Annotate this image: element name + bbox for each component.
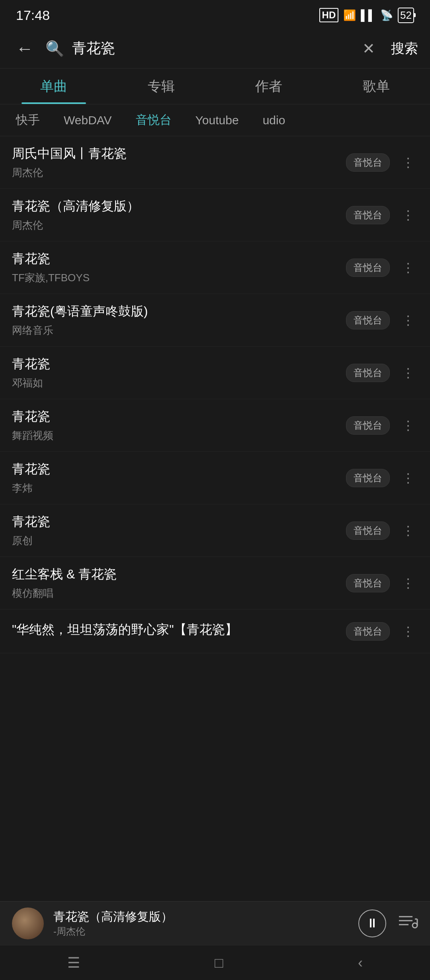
- song-artist: 周杰伦: [12, 218, 346, 232]
- song-title: 青花瓷: [12, 461, 346, 478]
- tab-authors[interactable]: 作者: [215, 69, 322, 104]
- list-item[interactable]: 青花瓷 李炜 音悦台 ⋮: [0, 452, 430, 504]
- song-title: 周氏中国风丨青花瓷: [12, 145, 346, 163]
- song-info: 青花瓷(粤语童声咚鼓版) 网络音乐: [12, 303, 346, 337]
- nav-home-button[interactable]: □: [191, 951, 247, 975]
- nav-menu-button[interactable]: ☰: [43, 951, 104, 975]
- song-artist: 邓福如: [12, 376, 346, 390]
- song-info: 周氏中国风丨青花瓷 周杰伦: [12, 145, 346, 180]
- list-item[interactable]: 红尘客栈 & 青花瓷 模仿翻唱 音悦台 ⋮: [0, 557, 430, 610]
- source-badge: 音悦台: [346, 153, 390, 172]
- source-badge: 音悦台: [346, 364, 390, 382]
- song-info: 青花瓷 舞蹈视频: [12, 408, 346, 443]
- more-button[interactable]: ⋮: [398, 259, 418, 276]
- battery-indicator: 52: [398, 8, 414, 23]
- list-item[interactable]: 周氏中国风丨青花瓷 周杰伦 音悦台 ⋮: [0, 136, 430, 189]
- bottom-nav: ☰ □ ‹: [0, 945, 430, 980]
- now-playing-bar[interactable]: 青花瓷（高清修复版） -周杰伦 ⏸: [0, 901, 430, 945]
- song-actions: 音悦台 ⋮: [346, 206, 418, 224]
- hd-icon: HD: [319, 8, 339, 22]
- source-badge: 音悦台: [346, 574, 390, 592]
- source-badge: 音悦台: [346, 622, 390, 641]
- source-tab-youtube[interactable]: Youtube: [184, 104, 251, 136]
- source-badge: 音悦台: [346, 206, 390, 224]
- song-actions: 音悦台 ⋮: [346, 521, 418, 540]
- nav-back-button[interactable]: ‹: [334, 951, 387, 975]
- song-artist: 李炜: [12, 481, 346, 495]
- song-artist: 模仿翻唱: [12, 586, 346, 600]
- song-title: 青花瓷: [12, 408, 346, 425]
- list-item[interactable]: 青花瓷 舞蹈视频 音悦台 ⋮: [0, 399, 430, 452]
- song-artist: 周杰伦: [12, 166, 346, 180]
- more-button[interactable]: ⋮: [398, 469, 418, 487]
- status-time: 17:48: [16, 8, 50, 23]
- song-title: 青花瓷: [12, 355, 346, 373]
- avatar-image: [12, 907, 44, 939]
- more-button[interactable]: ⋮: [398, 206, 418, 224]
- song-info: 青花瓷 TF家族,TFBOYS: [12, 250, 346, 285]
- tab-albums[interactable]: 专辑: [108, 69, 215, 104]
- song-title: 青花瓷(粤语童声咚鼓版): [12, 303, 346, 320]
- clear-button[interactable]: ✕: [362, 40, 375, 57]
- playlist-button[interactable]: [398, 913, 418, 933]
- song-actions: 音悦台 ⋮: [346, 364, 418, 382]
- more-button[interactable]: ⋮: [398, 623, 418, 640]
- now-playing-controls: ⏸: [358, 909, 418, 937]
- now-playing-artist: -周杰伦: [53, 925, 349, 938]
- song-title: "华纯然，坦坦荡荡的野心家"【青花瓷】: [12, 621, 346, 639]
- song-info: 红尘客栈 & 青花瓷 模仿翻唱: [12, 566, 346, 600]
- song-artist: 网络音乐: [12, 323, 346, 337]
- source-badge: 音悦台: [346, 311, 390, 329]
- source-tab-yinyuetai[interactable]: 音悦台: [124, 104, 184, 136]
- song-actions: 音悦台 ⋮: [346, 574, 418, 592]
- list-item[interactable]: 青花瓷 原创 音悦台 ⋮: [0, 504, 430, 557]
- song-actions: 音悦台 ⋮: [346, 622, 418, 641]
- song-info: 青花瓷 原创: [12, 513, 346, 548]
- signal2-icon: ▌▌: [361, 9, 375, 22]
- source-badge: 音悦台: [346, 469, 390, 487]
- more-button[interactable]: ⋮: [398, 364, 418, 382]
- list-item[interactable]: "华纯然，坦坦荡荡的野心家"【青花瓷】 音悦台 ⋮: [0, 610, 430, 653]
- song-info: 青花瓷 李炜: [12, 461, 346, 495]
- source-badge: 音悦台: [346, 521, 390, 540]
- song-actions: 音悦台 ⋮: [346, 311, 418, 329]
- more-button[interactable]: ⋮: [398, 417, 418, 434]
- song-actions: 音悦台 ⋮: [346, 416, 418, 435]
- song-title: 青花瓷: [12, 250, 346, 268]
- search-input[interactable]: [72, 40, 354, 57]
- tab-playlists[interactable]: 歌单: [322, 69, 430, 104]
- song-artist: 原创: [12, 534, 346, 548]
- source-tab-audio[interactable]: udio: [251, 104, 297, 136]
- list-item[interactable]: 青花瓷（高清修复版） 周杰伦 音悦台 ⋮: [0, 189, 430, 241]
- source-tab-webdav[interactable]: WebDAV: [52, 104, 124, 136]
- list-item[interactable]: 青花瓷 TF家族,TFBOYS 音悦台 ⋮: [0, 241, 430, 294]
- wifi-icon: 📡: [380, 9, 393, 22]
- song-title: 红尘客栈 & 青花瓷: [12, 566, 346, 583]
- pause-button[interactable]: ⏸: [358, 909, 386, 937]
- tab-singles[interactable]: 单曲: [0, 69, 108, 104]
- song-info: 青花瓷（高清修复版） 周杰伦: [12, 198, 346, 232]
- status-icons: HD 📶 ▌▌ 📡 52: [319, 8, 414, 23]
- source-badge: 音悦台: [346, 259, 390, 277]
- list-item[interactable]: 青花瓷(粤语童声咚鼓版) 网络音乐 音悦台 ⋮: [0, 294, 430, 347]
- source-tabs: 快手 WebDAV 音悦台 Youtube udio: [0, 104, 430, 136]
- more-button[interactable]: ⋮: [398, 574, 418, 592]
- search-bar: ← 🔍 ✕ 搜索: [0, 29, 430, 69]
- more-button[interactable]: ⋮: [398, 522, 418, 539]
- main-tabs: 单曲 专辑 作者 歌单: [0, 69, 430, 104]
- song-artist: 舞蹈视频: [12, 429, 346, 443]
- search-submit-button[interactable]: 搜索: [383, 39, 418, 58]
- svg-point-3: [412, 923, 417, 928]
- list-item[interactable]: 青花瓷 邓福如 音悦台 ⋮: [0, 347, 430, 399]
- now-playing-title: 青花瓷（高清修复版）: [53, 909, 349, 925]
- back-button[interactable]: ←: [12, 39, 37, 59]
- song-info: 青花瓷 邓福如: [12, 355, 346, 390]
- search-icon: 🔍: [45, 40, 64, 57]
- song-artist: TF家族,TFBOYS: [12, 271, 346, 285]
- song-list: 周氏中国风丨青花瓷 周杰伦 音悦台 ⋮ 青花瓷（高清修复版） 周杰伦 音悦台 ⋮…: [0, 136, 430, 717]
- source-badge: 音悦台: [346, 416, 390, 435]
- avatar: [12, 907, 44, 939]
- source-tab-kuaishou[interactable]: 快手: [4, 104, 52, 136]
- more-button[interactable]: ⋮: [398, 154, 418, 171]
- more-button[interactable]: ⋮: [398, 312, 418, 329]
